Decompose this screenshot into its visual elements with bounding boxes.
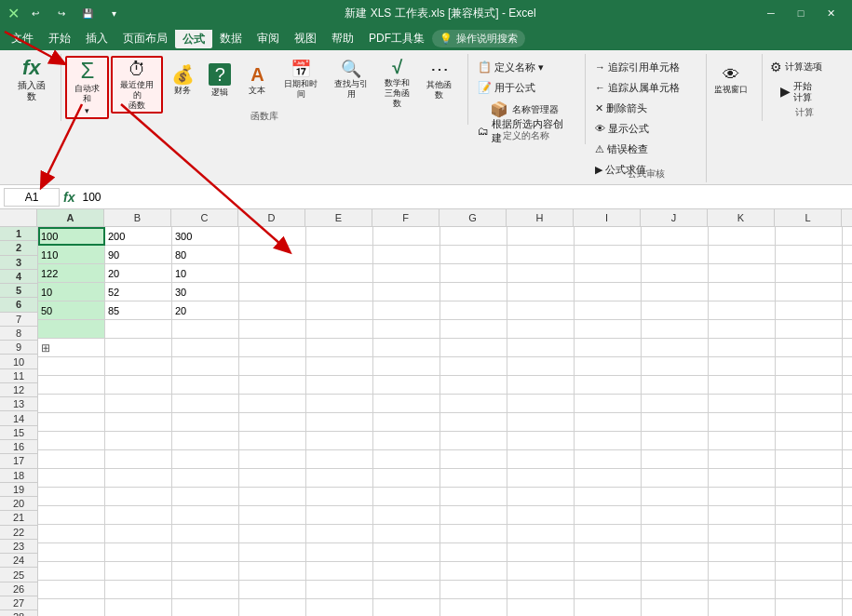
row-header-27[interactable]: 27 bbox=[0, 596, 37, 610]
error-check-button[interactable]: ⚠ 错误检查 bbox=[589, 140, 685, 158]
cell-C16[interactable] bbox=[172, 506, 239, 525]
cell-L14[interactable] bbox=[776, 469, 843, 488]
cell-J18[interactable] bbox=[642, 543, 709, 562]
menu-review[interactable]: 审阅 bbox=[250, 28, 287, 48]
cell-K15[interactable] bbox=[709, 488, 776, 506]
cell-G17[interactable] bbox=[440, 525, 507, 543]
cell-I15[interactable] bbox=[575, 488, 642, 506]
cell-I1[interactable] bbox=[575, 227, 642, 246]
cell-E4[interactable] bbox=[306, 283, 373, 301]
col-header-B[interactable]: B bbox=[104, 209, 171, 226]
cell-C21[interactable] bbox=[172, 599, 239, 616]
row-header-23[interactable]: 23 bbox=[0, 540, 37, 554]
cell-J15[interactable] bbox=[642, 488, 709, 506]
cell-C11[interactable] bbox=[172, 413, 239, 432]
cell-A21[interactable] bbox=[38, 599, 105, 616]
menu-formula[interactable]: 公式 bbox=[175, 28, 212, 48]
cell-E16[interactable] bbox=[306, 506, 373, 525]
row-header-15[interactable]: 15 bbox=[0, 426, 37, 440]
cell-C7[interactable] bbox=[172, 339, 239, 357]
math-button[interactable]: √ 数学和三角函数 bbox=[377, 56, 417, 110]
cell-G10[interactable] bbox=[440, 395, 507, 413]
financial-button[interactable]: 💰 财务 bbox=[165, 56, 200, 104]
cell-J11[interactable] bbox=[642, 413, 709, 432]
cell-J12[interactable] bbox=[642, 432, 709, 450]
cell-D3[interactable] bbox=[239, 264, 306, 283]
cell-M16[interactable] bbox=[843, 506, 852, 525]
cell-K1[interactable] bbox=[709, 227, 776, 246]
cell-A18[interactable] bbox=[38, 543, 105, 562]
cell-H15[interactable] bbox=[507, 488, 575, 506]
cell-L16[interactable] bbox=[776, 506, 843, 525]
cell-L7[interactable] bbox=[776, 339, 843, 357]
cell-D13[interactable] bbox=[239, 450, 306, 469]
cell-K21[interactable] bbox=[709, 599, 776, 616]
lookup-button[interactable]: 🔍 查找与引用 bbox=[327, 56, 375, 104]
cell-D14[interactable] bbox=[239, 469, 306, 488]
cell-H12[interactable] bbox=[507, 432, 575, 450]
cell-B3[interactable]: 20 bbox=[105, 264, 172, 283]
cell-H19[interactable] bbox=[507, 562, 575, 581]
cell-J5[interactable] bbox=[642, 301, 709, 320]
cell-J4[interactable] bbox=[642, 283, 709, 301]
row-header-18[interactable]: 18 bbox=[0, 469, 37, 483]
cell-M19[interactable] bbox=[843, 562, 852, 581]
cell-K18[interactable] bbox=[709, 543, 776, 562]
cell-H5[interactable] bbox=[507, 301, 575, 320]
cell-J6[interactable] bbox=[642, 320, 709, 339]
cell-G2[interactable] bbox=[440, 246, 507, 264]
cell-E5[interactable] bbox=[306, 301, 373, 320]
cell-E3[interactable] bbox=[306, 264, 373, 283]
cell-L17[interactable] bbox=[776, 525, 843, 543]
cell-G13[interactable] bbox=[440, 450, 507, 469]
cell-C18[interactable] bbox=[172, 543, 239, 562]
cell-M18[interactable] bbox=[843, 543, 852, 562]
cell-L13[interactable] bbox=[776, 450, 843, 469]
cell-K2[interactable] bbox=[709, 246, 776, 264]
cell-E17[interactable] bbox=[306, 525, 373, 543]
cell-A20[interactable] bbox=[38, 581, 105, 599]
cell-K4[interactable] bbox=[709, 283, 776, 301]
cell-J2[interactable] bbox=[642, 246, 709, 264]
row-header-20[interactable]: 20 bbox=[0, 497, 37, 511]
cell-B7[interactable] bbox=[105, 339, 172, 357]
cell-F5[interactable] bbox=[373, 301, 440, 320]
cell-L19[interactable] bbox=[776, 562, 843, 581]
cell-I8[interactable] bbox=[575, 357, 642, 376]
cell-A8[interactable] bbox=[38, 357, 105, 376]
cell-M7[interactable] bbox=[843, 339, 852, 357]
cell-J14[interactable] bbox=[642, 469, 709, 488]
cell-E15[interactable] bbox=[306, 488, 373, 506]
cell-F9[interactable] bbox=[373, 376, 440, 395]
cell-H6[interactable] bbox=[507, 320, 575, 339]
cell-C2[interactable]: 80 bbox=[172, 246, 239, 264]
cell-A12[interactable] bbox=[38, 432, 105, 450]
formula-input[interactable] bbox=[78, 189, 848, 206]
cell-I17[interactable] bbox=[575, 525, 642, 543]
row-header-17[interactable]: 17 bbox=[0, 454, 37, 468]
menu-view[interactable]: 视图 bbox=[287, 28, 324, 48]
cell-D17[interactable] bbox=[239, 525, 306, 543]
row-header-26[interactable]: 26 bbox=[0, 583, 37, 596]
cell-I6[interactable] bbox=[575, 320, 642, 339]
row-header-2[interactable]: 2 bbox=[0, 241, 37, 255]
cell-M1[interactable] bbox=[843, 227, 852, 246]
cell-G4[interactable] bbox=[440, 283, 507, 301]
col-header-E[interactable]: E bbox=[305, 209, 372, 226]
text-button[interactable]: A 文本 bbox=[239, 56, 275, 104]
cell-F15[interactable] bbox=[373, 488, 440, 506]
menu-help[interactable]: 帮助 bbox=[324, 28, 361, 48]
use-in-formula-button[interactable]: 📝 用于公式 bbox=[472, 78, 577, 97]
cell-I21[interactable] bbox=[575, 599, 642, 616]
cell-C3[interactable]: 10 bbox=[172, 264, 239, 283]
cell-G6[interactable] bbox=[440, 320, 507, 339]
cell-E12[interactable] bbox=[306, 432, 373, 450]
cell-H16[interactable] bbox=[507, 506, 575, 525]
cell-F18[interactable] bbox=[373, 543, 440, 562]
cell-L21[interactable] bbox=[776, 599, 843, 616]
recent-functions-button[interactable]: ⏱ 最近使用的函数 bbox=[111, 56, 163, 114]
cell-B10[interactable] bbox=[105, 395, 172, 413]
cell-H8[interactable] bbox=[507, 357, 575, 376]
cell-D10[interactable] bbox=[239, 395, 306, 413]
menu-file[interactable]: 文件 bbox=[4, 28, 41, 48]
